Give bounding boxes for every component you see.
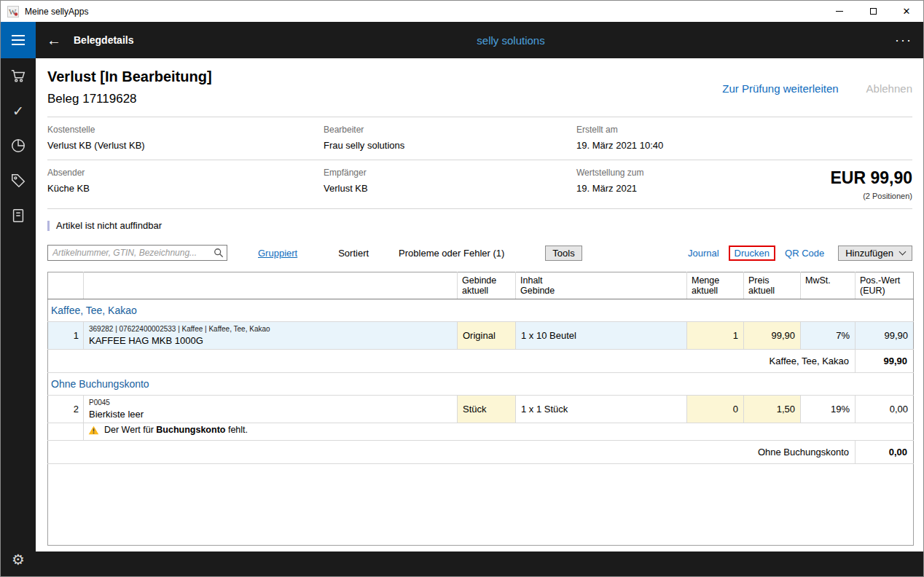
mwst-cell: 7% [801,322,856,350]
divider [47,208,912,209]
inhalt-cell: 1 x 10 Beutel [516,322,687,350]
total-amount: EUR 99,90 [830,168,912,188]
gebinde-cell[interactable]: Original [458,322,516,350]
menu-button[interactable] [1,22,36,58]
article-cell: 369282 | 07622400002533 | Kaffee | Kaffe… [84,322,458,350]
forward-review-button[interactable]: Zur Prüfung weiterleiten [722,82,838,106]
grouped-toggle[interactable]: Gruppiert [258,248,297,259]
document-title: Verlust [In Bearbeitung] [47,68,212,85]
more-button[interactable]: ··· [895,37,912,44]
table-empty-area [48,464,914,546]
sidebar-item-catalog[interactable] [1,198,36,233]
checkmark-icon: ✓ [12,103,24,119]
shopping-cart-icon [10,68,26,84]
sidebar-item-tasks[interactable]: ✓ [1,93,36,128]
print-highlight-box: Drucken [729,246,775,261]
sidebar-item-reports[interactable] [1,128,36,163]
gebinde-cell[interactable]: Stück [458,396,516,423]
row-number: 2 [48,396,84,423]
minimize-icon [836,11,843,12]
document-number: Beleg 17119628 [47,92,212,106]
subtotal-label: Ohne Buchungskonto [48,441,856,464]
article-meta: 369282 | 07622400002533 | Kaffee | Kaffe… [89,325,452,333]
col-header-article [84,272,458,299]
col-header-num [48,272,84,299]
info-row-1: Kostenstelle Verlust KB (Verlust KB) Bea… [47,117,912,160]
content: Verlust [In Bearbeitung] Beleg 17119628 … [36,58,923,552]
mwst-cell: 19% [801,396,856,423]
inhalt-cell: 1 x 1 Stück [516,396,687,423]
problems-filter[interactable]: Probleme oder Fehler (1) [399,248,504,259]
add-button[interactable]: Hinzufügen [838,246,912,261]
pos-wert-cell: 0,00 [856,396,914,423]
col-header-menge: Menge aktuell [687,272,744,299]
sorted-toggle[interactable]: Sortiert [338,248,369,259]
subtotal-label: Kaffee, Tee, Kakao [48,350,856,373]
menge-cell[interactable]: 0 [687,396,744,423]
col-header-preis: Preis aktuell [744,272,801,299]
page-header: ← Belegdetails selly solutions ··· [36,22,923,58]
group-header-ohne-buchungskonto[interactable]: Ohne Buchungskonto [48,373,914,396]
table-row-2[interactable]: 2 P0045 Bierkiste leer Stück 1 x 1 Stück… [48,396,914,423]
col-header-mwst: MwSt. [801,272,856,299]
bottom-bar [36,552,923,576]
field-kostenstelle: Kostenstelle Verlust KB (Verlust KB) [47,125,324,151]
warning-icon [88,425,99,435]
sidebar: ✓ ⚙ [1,22,36,576]
pos-wert-cell: 99,90 [856,322,914,350]
app-icon: W [7,6,19,17]
info-row-2: Absender Küche KB Empfänger Verlust KB W… [47,160,912,208]
article-meta: P0045 [89,399,452,407]
search-icon[interactable] [214,248,224,260]
settings-button[interactable]: ⚙ [1,543,36,576]
toolbar: Gruppiert Sortiert Probleme oder Fehler … [47,245,912,261]
price-tag-icon [10,173,26,189]
warning-text: Der Wert für Buchungskonto fehlt. [104,425,248,435]
sidebar-item-prices[interactable] [1,163,36,198]
positions-table: Gebinde aktuell Inhalt Gebinde Menge akt… [47,272,914,546]
brand-title: selly solutions [477,34,544,47]
window-title: Meine sellyApps [25,7,88,17]
sidebar-item-cart[interactable] [1,58,36,93]
notice-indicator [47,221,50,231]
field-bearbeiter: Bearbeiter Frau selly solutions [324,125,576,151]
tools-button[interactable]: Tools [545,246,582,261]
preis-cell[interactable]: 99,90 [744,322,801,350]
preis-cell[interactable]: 1,50 [744,396,801,423]
qr-code-link[interactable]: QR Code [785,248,824,259]
article-name: Bierkiste leer [89,409,452,420]
close-button[interactable]: ✕ [890,1,923,22]
subtotal-row-ohne-buchungskonto: Ohne Buchungskonto 0,00 [48,441,914,464]
chevron-down-icon [899,248,907,255]
journal-link[interactable]: Journal [688,248,719,259]
article-name: KAFFEE HAG MKB 1000G [89,335,452,346]
article-search [47,245,227,261]
field-empfaenger: Empfänger Verlust KB [324,168,576,194]
catalog-book-icon [10,208,26,224]
row-number: 1 [48,322,84,350]
notice-article-not-found: Artikel ist nicht auffindbar [47,220,912,231]
maximize-button[interactable] [856,1,890,22]
back-button[interactable]: ← [47,33,61,47]
window-controls: ✕ [823,1,923,22]
minimize-button[interactable] [823,1,856,22]
subtotal-value: 0,00 [856,441,914,464]
col-header-pos-wert: Pos.-Wert (EUR) [856,272,914,299]
col-header-gebinde: Gebinde aktuell [458,272,516,299]
position-count: (2 Positionen) [830,192,912,200]
group-header-kaffee[interactable]: Kaffee, Tee, Kakao [48,299,914,322]
table-header-row: Gebinde aktuell Inhalt Gebinde Menge akt… [48,272,914,299]
article-cell: P0045 Bierkiste leer [84,396,458,423]
subtotal-value: 99,90 [856,350,914,373]
app-window: W Meine sellyApps ✕ ✓ [0,0,924,577]
reject-button[interactable]: Ablehnen [866,82,912,106]
print-link[interactable]: Drucken [735,248,770,259]
field-erstellt-am: Erstellt am 19. März 2021 10:40 [576,125,912,151]
pie-chart-icon [10,138,26,154]
search-input[interactable] [47,245,227,261]
menge-cell[interactable]: 1 [687,322,744,350]
gear-icon: ⚙ [12,551,25,568]
table-row-1[interactable]: 1 369282 | 07622400002533 | Kaffee | Kaf… [48,322,914,350]
page-title: Belegdetails [74,34,133,46]
field-absender: Absender Küche KB [47,168,324,194]
